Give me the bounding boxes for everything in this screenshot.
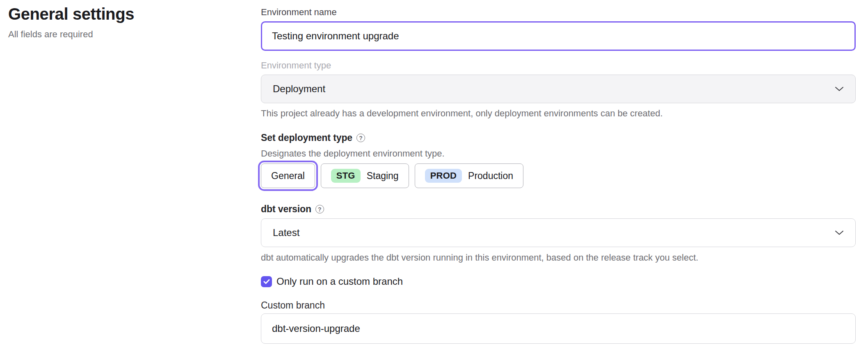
dbt-version-heading: dbt version	[261, 203, 311, 215]
custom-branch-checkbox-label[interactable]: Only run on a custom branch	[276, 276, 403, 287]
page-header: General settings All fields are required	[8, 4, 246, 40]
dbt-version-help-icon[interactable]	[315, 205, 324, 213]
environment-type-select[interactable]: Deployment	[261, 75, 856, 103]
deployment-type-heading-row: Set deployment type	[261, 132, 856, 144]
custom-branch-checkbox[interactable]	[261, 276, 272, 287]
custom-branch-label: Custom branch	[261, 300, 856, 311]
dbt-version-value: Latest	[273, 227, 299, 238]
dbt-version-helper: dbt automatically upgrades the dbt versi…	[261, 252, 856, 263]
staging-button-label: Staging	[367, 170, 399, 182]
deployment-type-heading: Set deployment type	[261, 132, 352, 144]
page-subtitle: All fields are required	[8, 29, 246, 40]
chevron-down-icon	[835, 230, 844, 235]
deployment-type-staging-button[interactable]: STG Staging	[321, 163, 409, 188]
environment-type-value: Deployment	[273, 83, 325, 95]
deployment-type-production-button[interactable]: PROD Production	[415, 163, 523, 188]
general-settings-page: General settings All fields are required…	[0, 0, 868, 354]
page-title: General settings	[8, 4, 246, 24]
custom-branch-input[interactable]	[261, 313, 856, 344]
deployment-type-help-icon[interactable]	[356, 134, 365, 142]
production-button-label: Production	[468, 170, 513, 182]
deployment-type-options: General STG Staging PROD Production	[261, 163, 856, 188]
staging-badge: STG	[331, 169, 361, 183]
production-badge: PROD	[425, 169, 462, 183]
check-icon	[263, 279, 270, 284]
dbt-version-heading-row: dbt version	[261, 203, 856, 215]
environment-name-label: Environment name	[261, 7, 856, 18]
general-button-label: General	[271, 170, 305, 182]
custom-branch-checkbox-row: Only run on a custom branch	[261, 276, 856, 287]
environment-name-input[interactable]	[261, 21, 856, 51]
deployment-type-general-button[interactable]: General	[261, 163, 315, 188]
dbt-version-select[interactable]: Latest	[261, 218, 856, 247]
environment-type-label: Environment type	[261, 60, 856, 71]
environment-settings-form: Environment name Environment type Deploy…	[261, 0, 856, 344]
environment-type-helper: This project already has a development e…	[261, 108, 856, 119]
deployment-type-description: Designates the deployment environment ty…	[261, 148, 856, 159]
chevron-down-icon	[835, 86, 844, 91]
